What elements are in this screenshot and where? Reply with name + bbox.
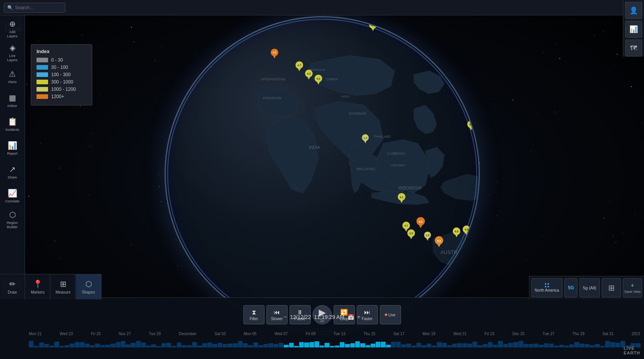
markers-tool-button[interactable]: 📍 Markers <box>25 274 50 299</box>
timeline-bar-107[interactable] <box>574 342 579 347</box>
timeline-bar-106[interactable] <box>569 344 574 347</box>
timeline-bar-19[interactable] <box>126 344 130 347</box>
timeline-bar-109[interactable] <box>585 344 589 347</box>
timeline-bar-5[interactable] <box>54 342 59 347</box>
timeline-bar-83[interactable] <box>452 344 457 347</box>
timeline-bar-34[interactable] <box>202 343 207 347</box>
timeline-bar-32[interactable] <box>192 342 197 347</box>
timeline-bar-101[interactable] <box>544 343 549 347</box>
timeline-bar-89[interactable] <box>483 344 488 347</box>
timeline-bar-110[interactable] <box>590 345 594 347</box>
globe[interactable]: INDIA MYANMAR THAILAND CAMBODIA VIETNAM … <box>165 16 480 332</box>
timeline-bar-71[interactable] <box>391 342 396 347</box>
sidebar-item-correlate[interactable]: 📈 Correlate <box>1 184 23 207</box>
sidebar-item-add-layers[interactable]: ⊕ AddLayers <box>1 17 23 40</box>
timeline-bar-57[interactable] <box>320 346 324 347</box>
timeline-bar-59[interactable] <box>330 346 334 347</box>
timeline-bar-20[interactable] <box>131 343 135 347</box>
timeline-bar-53[interactable] <box>299 342 304 347</box>
timeline-bar-12[interactable] <box>90 345 95 347</box>
timeline-bar-68[interactable] <box>376 342 380 347</box>
marker-4.5c[interactable]: 4.5 <box>407 229 415 239</box>
timeline-bar-75[interactable] <box>411 346 416 347</box>
timeline-bar-39[interactable] <box>228 344 232 347</box>
timeline-bar-95[interactable] <box>513 342 518 347</box>
timeline-bar-80[interactable] <box>437 342 441 347</box>
timeline-bar-66[interactable] <box>366 345 370 347</box>
timeline-bar-36[interactable] <box>213 344 217 347</box>
sidebar-item-incidents[interactable]: 📋 Incidents <box>1 113 23 136</box>
timeline-bar-7[interactable] <box>65 345 69 347</box>
timeline-bar-90[interactable] <box>488 342 493 347</box>
timeline-bar-26[interactable] <box>161 343 166 347</box>
timeline-bar-48[interactable] <box>274 344 278 347</box>
timeline-bar-16[interactable] <box>110 344 115 347</box>
timeline-bar-100[interactable] <box>539 345 544 347</box>
timeline-bar-79[interactable] <box>432 346 436 347</box>
draw-tool-button[interactable]: ✏ Draw <box>0 274 25 299</box>
timeline-bar-40[interactable] <box>233 343 238 347</box>
timeline-bar-78[interactable] <box>427 344 431 347</box>
marker-5.8b[interactable]: 5.8 <box>416 217 425 228</box>
timeline-bar-9[interactable] <box>75 342 79 347</box>
timeline-bar-21[interactable] <box>136 341 141 347</box>
marker-4.1c[interactable]: 4.1 <box>398 193 405 203</box>
region-selector[interactable]: North America <box>531 278 562 297</box>
marker-3.5-2[interactable]: 3.5 <box>391 22 398 32</box>
timeline-bar-15[interactable] <box>105 345 110 347</box>
timeline-bar-27[interactable] <box>166 343 171 347</box>
marker-4.5a[interactable]: 4.5 <box>467 120 475 130</box>
timeline-bar-67[interactable] <box>371 344 375 347</box>
timeline-bar-47[interactable] <box>268 343 273 347</box>
marker-1.5[interactable]: 1.5 <box>410 30 417 40</box>
timeline-bar-60[interactable] <box>335 346 339 347</box>
sidebar-item-region-builder[interactable]: ⬡ RegionBuilder <box>1 208 23 231</box>
marker-1.5c[interactable]: 1.5 <box>424 231 431 240</box>
timeline-bar-69[interactable] <box>381 342 385 347</box>
timeline-bar-91[interactable] <box>493 345 498 347</box>
timeline-bar-72[interactable] <box>396 342 401 347</box>
calendar-icon[interactable]: 📅 <box>348 314 354 320</box>
timeline-bar-102[interactable] <box>549 344 554 347</box>
timeline-bar-70[interactable] <box>386 345 391 347</box>
timeline-bar-111[interactable] <box>595 344 599 347</box>
timeline-bar-74[interactable] <box>406 344 411 347</box>
timeline-bar-113[interactable] <box>605 341 610 347</box>
timeline-bar-24[interactable] <box>151 344 156 347</box>
timeline-bar-54[interactable] <box>304 342 309 347</box>
timeline-bar-14[interactable] <box>100 345 105 347</box>
timeline-bar-44[interactable] <box>253 342 258 347</box>
timeline-bar-37[interactable] <box>218 343 222 347</box>
timeline-bar-41[interactable] <box>238 341 243 347</box>
sidebar-item-alerts[interactable]: ⚠ Alerts <box>1 65 23 88</box>
marker-1.3[interactable]: 1.3 <box>362 134 369 143</box>
search-box[interactable]: 🔍 <box>4 3 65 13</box>
timeline-bar-85[interactable] <box>463 343 467 347</box>
timeline-bar-49[interactable] <box>279 343 283 347</box>
timeline-bar-2[interactable] <box>39 342 44 347</box>
live-button[interactable]: Live <box>380 305 401 324</box>
timeline-bar-22[interactable] <box>141 342 146 347</box>
timeline-bar-56[interactable] <box>315 341 319 347</box>
timeline-bar-42[interactable] <box>243 343 248 347</box>
timeline-bar-43[interactable] <box>248 345 253 347</box>
timeline-bar-45[interactable] <box>258 345 263 347</box>
timeline-bar-11[interactable] <box>85 344 90 347</box>
timeline-bar-99[interactable] <box>534 344 538 347</box>
marker-4.9[interactable]: 4.9 <box>453 227 460 237</box>
search-input[interactable] <box>15 5 65 10</box>
timeline-bar-63[interactable] <box>350 343 355 347</box>
timeline-bar-104[interactable] <box>559 345 564 347</box>
timeline-bar-51[interactable] <box>289 343 294 347</box>
sidebar-item-indoor[interactable]: ▦ Indoor <box>1 89 23 112</box>
timeline-bar-8[interactable] <box>70 344 74 347</box>
marker-5.5[interactable]: 5.5 <box>434 236 443 247</box>
timeline-bar-65[interactable] <box>360 343 365 347</box>
marker-4.3[interactable]: 4.3 <box>305 69 313 79</box>
timeline-bar-114[interactable] <box>610 342 615 347</box>
timeline-bar-29[interactable] <box>177 342 181 347</box>
timeline-bar-84[interactable] <box>457 343 462 347</box>
date-back-button[interactable]: − <box>283 314 287 321</box>
timeline-bar-61[interactable] <box>340 342 344 347</box>
signal-all-button[interactable]: 5g (All) <box>579 278 600 297</box>
